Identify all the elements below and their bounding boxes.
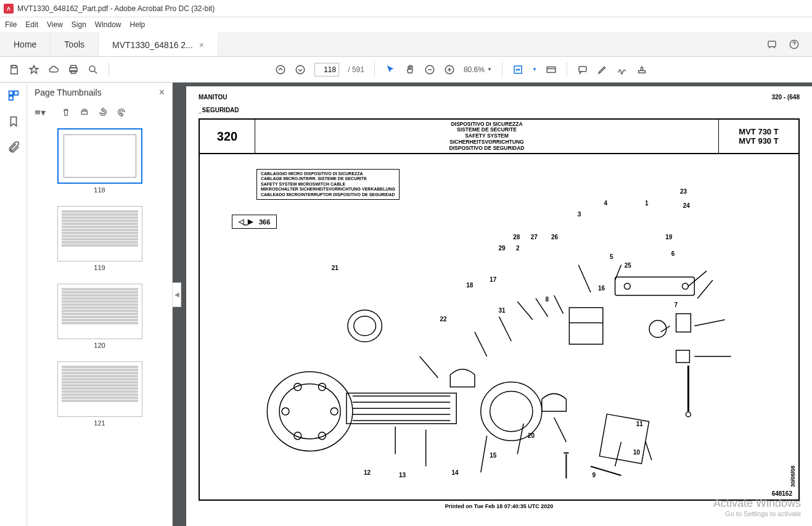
- callout-10: 10: [633, 449, 640, 456]
- sign-icon[interactable]: [617, 64, 628, 75]
- svg-rect-17: [9, 96, 12, 100]
- thumb-rotate-ccw-icon[interactable]: [97, 107, 109, 118]
- left-rail: [0, 83, 27, 526]
- thumbnail-list: 118119120121: [27, 122, 172, 526]
- svg-rect-21: [81, 111, 87, 114]
- thumbnail-120[interactable]: 120: [57, 284, 142, 349]
- thumbnails-rail-icon[interactable]: [7, 89, 20, 102]
- diagram-titles: DISPOSITIVO DI SICUREZZASISTEME DE SECUR…: [255, 120, 718, 153]
- doc-section: SEGURIDAD: [199, 107, 800, 113]
- callout-7: 7: [675, 302, 678, 308]
- doc-brand: MANITOU: [199, 94, 227, 101]
- notification-icon[interactable]: [766, 39, 777, 50]
- watermark-line1: Activate Windows: [713, 497, 801, 510]
- print-icon[interactable]: [68, 64, 79, 75]
- callout-12: 12: [364, 469, 371, 476]
- help-icon[interactable]: [789, 39, 800, 50]
- thumbnail-label: 120: [94, 342, 105, 349]
- thumb-print-icon[interactable]: [79, 107, 90, 118]
- callout-26: 26: [551, 234, 558, 240]
- fit-width-icon[interactable]: [512, 64, 523, 75]
- search-icon[interactable]: [88, 64, 99, 75]
- thumbnail-label: 121: [94, 419, 105, 427]
- menubar: File Edit View Sign Window Help: [0, 17, 812, 32]
- page-up-icon[interactable]: [275, 64, 286, 75]
- pdf-page: MANITOU 320 - (648 SEGURIDAD 320 DISPOSI…: [186, 86, 812, 526]
- thumbnail-label: 118: [94, 186, 105, 194]
- bookmark-rail-icon[interactable]: [7, 115, 20, 128]
- callout-5: 5: [610, 253, 613, 260]
- collapse-panel-handle[interactable]: ◀: [173, 282, 181, 307]
- menu-file[interactable]: File: [5, 20, 17, 29]
- tab-document-label: MVT1330_64816 2...: [112, 40, 193, 50]
- thumbnails-title: Page Thumbnails: [35, 88, 102, 97]
- stamp-icon[interactable]: [636, 64, 647, 75]
- zoom-dropdown[interactable]: 80.6% ▼: [464, 65, 492, 74]
- callout-16: 16: [598, 285, 605, 292]
- zoom-out-icon[interactable]: [424, 64, 435, 75]
- hand-tool-icon[interactable]: [404, 64, 416, 75]
- highlight-icon[interactable]: [597, 64, 608, 75]
- page-total: / 591: [348, 65, 364, 74]
- thumbnail-119[interactable]: 119: [57, 206, 142, 271]
- tabbar: Home Tools MVT1330_64816 2... ×: [0, 32, 812, 57]
- callout-15: 15: [490, 452, 496, 459]
- callout-22: 22: [440, 316, 447, 323]
- menu-help[interactable]: Help: [130, 20, 146, 29]
- menu-edit[interactable]: Edit: [25, 20, 38, 29]
- thumbnail-118[interactable]: 118: [57, 128, 142, 194]
- svg-rect-14: [639, 70, 646, 73]
- svg-rect-13: [579, 66, 586, 71]
- tab-tools[interactable]: Tools: [51, 32, 99, 56]
- page-down-icon[interactable]: [295, 64, 306, 75]
- svg-rect-22: [83, 109, 86, 111]
- window-title: MVT1330_648162_Part.pdf - Adobe Acrobat …: [17, 4, 215, 13]
- tab-home[interactable]: Home: [0, 32, 51, 56]
- callout-3: 3: [578, 211, 581, 218]
- star-icon[interactable]: [28, 64, 39, 75]
- diagram-number: 320: [200, 120, 255, 153]
- callout-20: 20: [528, 432, 535, 439]
- cloud-icon[interactable]: [48, 64, 59, 75]
- thumb-rotate-cw-icon[interactable]: [116, 107, 127, 118]
- menu-sign[interactable]: Sign: [72, 20, 86, 29]
- callout-4: 4: [604, 200, 608, 207]
- callout-29: 29: [499, 245, 506, 252]
- svg-rect-16: [14, 91, 17, 95]
- callout-25: 25: [625, 262, 631, 269]
- thumbnail-121[interactable]: 121: [57, 361, 142, 427]
- svg-rect-12: [547, 67, 556, 72]
- doc-page-ref: 320 - (648: [771, 94, 800, 101]
- callout-21: 21: [332, 265, 338, 271]
- callout-1: 1: [645, 200, 649, 207]
- menu-window[interactable]: Window: [95, 20, 121, 29]
- svg-rect-0: [768, 41, 776, 46]
- thumb-options-icon[interactable]: ▾: [35, 107, 46, 118]
- zoom-in-icon[interactable]: [444, 64, 455, 75]
- titlebar: A MVT1330_648162_Part.pdf - Adobe Acroba…: [0, 0, 812, 17]
- svg-rect-2: [12, 65, 16, 68]
- save-icon[interactable]: [9, 64, 20, 75]
- comment-icon[interactable]: [577, 64, 588, 75]
- thumbnails-close-icon[interactable]: ×: [159, 87, 165, 98]
- callout-11: 11: [636, 421, 643, 427]
- callout-8: 8: [546, 296, 549, 303]
- page-number-input[interactable]: [314, 63, 339, 76]
- main-area: Page Thumbnails × ▾ 118119120121 ◀ MANIT…: [0, 83, 812, 526]
- fit-dropdown-icon[interactable]: ▼: [532, 67, 537, 72]
- document-area[interactable]: ◀ MANITOU 320 - (648 SEGURIDAD 320 DISPO…: [173, 83, 812, 526]
- menu-view[interactable]: View: [47, 20, 63, 29]
- read-mode-icon[interactable]: [546, 64, 557, 75]
- callout-9: 9: [593, 472, 596, 479]
- callout-2: 2: [516, 245, 520, 252]
- app-icon: A: [4, 4, 14, 14]
- diagram-docnum: 648162: [772, 490, 792, 497]
- diagram-frame: 320 DISPOSITIVO DI SICUREZZASISTEME DE S…: [199, 118, 800, 501]
- select-tool-icon[interactable]: [385, 64, 396, 75]
- separator: [374, 62, 375, 77]
- attachment-rail-icon[interactable]: [7, 141, 20, 154]
- tab-document[interactable]: MVT1330_64816 2... ×: [99, 32, 218, 56]
- tab-close-icon[interactable]: ×: [199, 40, 204, 50]
- callout-14: 14: [452, 469, 459, 476]
- thumb-delete-icon[interactable]: [60, 107, 72, 118]
